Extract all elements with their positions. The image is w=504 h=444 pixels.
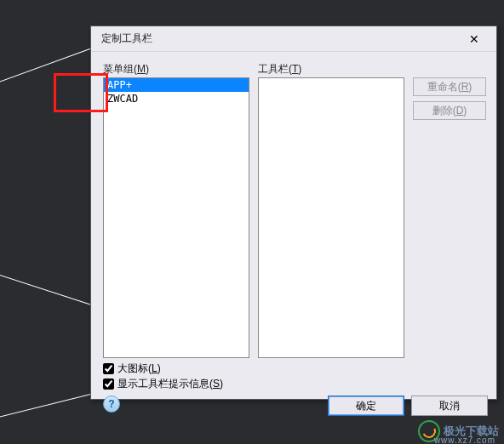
delete-button[interactable]: 删除(D) [413,101,486,120]
close-button[interactable]: ✕ [457,27,491,51]
dialog-body: 菜单组(M) 工具栏(T) APP+ ZWCAD 重命名(R) 删除(D) 大图… [91,52,496,399]
titlebar: 定制工具栏 ✕ [91,26,496,52]
customize-toolbar-dialog: 定制工具栏 ✕ 菜单组(M) 工具栏(T) APP+ ZWCAD 重命名(R) … [90,26,497,400]
menu-group-listbox[interactable]: APP+ ZWCAD [103,77,249,358]
large-icons-checkbox[interactable]: 大图标(L) [103,361,161,376]
list-item[interactable]: ZWCAD [104,92,249,105]
close-icon: ✕ [469,32,479,46]
rename-button[interactable]: 重命名(R) [413,77,486,96]
show-tips-input[interactable] [103,379,114,390]
show-tips-checkbox[interactable]: 显示工具栏提示信息(S) [103,377,223,391]
cancel-button[interactable]: 取消 [411,396,488,416]
list-item[interactable]: APP+ [104,78,249,92]
show-tips-label: 显示工具栏提示信息(S) [117,377,223,391]
help-button[interactable]: ? [103,396,120,413]
large-icons-input[interactable] [103,363,114,374]
large-icons-label: 大图标(L) [117,361,161,376]
menu-group-label: 菜单组(M) [103,62,149,77]
ok-button[interactable]: 确定 [328,396,404,416]
watermark-domain: www.xz7.com [434,435,495,444]
toolbar-listbox[interactable] [258,77,404,358]
help-icon: ? [108,398,114,410]
dialog-title: 定制工具栏 [101,31,457,46]
toolbar-label: 工具栏(T) [258,62,301,77]
